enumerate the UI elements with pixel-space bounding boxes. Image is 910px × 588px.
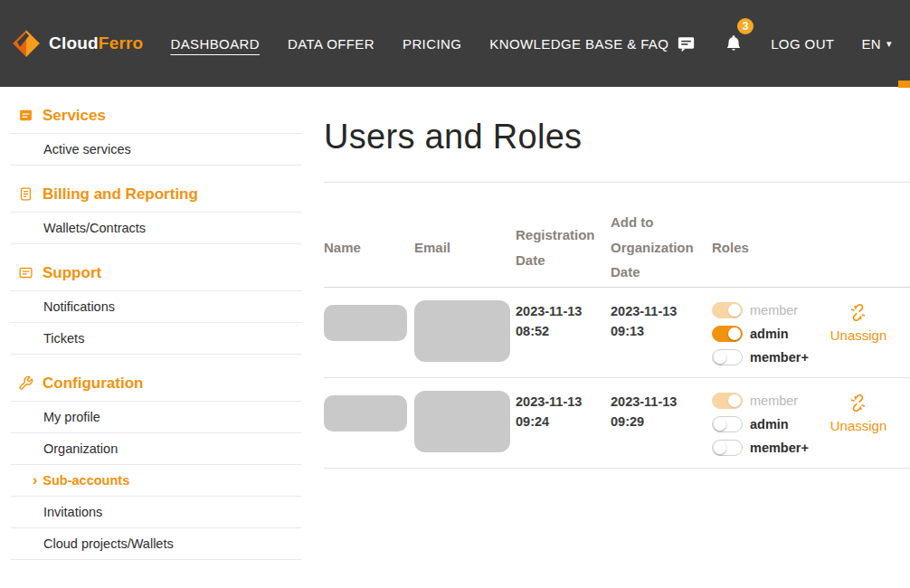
unassign-label: Unassign [830,327,887,343]
sidebar-item-invitations[interactable]: Invitations [11,497,301,528]
sidebar-section-services: Services Active services [11,98,301,166]
org-date: 2023-11-13 09:29 [611,388,701,458]
support-icon [18,265,33,280]
registration-date: 2023-11-13 09:24 [516,388,606,458]
redacted-email [414,300,510,362]
cloudferro-logo-icon [11,28,42,59]
nav-knowledge-base[interactable]: KNOWLEDGE BASE & FAQ [489,31,668,57]
sidebar-item-sub-accounts[interactable]: › Sub-accounts [11,465,301,497]
billing-icon [18,186,33,202]
email-cell [414,298,516,367]
email-cell [414,388,516,458]
sidebar-item-my-profile[interactable]: My profile [11,402,301,433]
chevron-right-icon: › [33,473,37,488]
notification-count-badge: 3 [737,18,754,34]
column-header-roles: Roles [712,235,816,261]
main-nav: DASHBOARD DATA OFFER PRICING KNOWLEDGE B… [170,31,668,57]
role-member-plus-toggle[interactable] [712,349,743,365]
sidebar: Services Active services Billing and Rep… [0,87,301,560]
table-row: 2023-11-13 08:52 2023-11-13 09:13 member… [324,288,910,378]
nav-pricing[interactable]: PRICING [403,31,461,57]
top-navbar: CloudFerro DASHBOARD DATA OFFER PRICING … [0,0,910,87]
sidebar-item-notifications[interactable]: Notifications [11,291,301,323]
page-title: Users and Roles [324,118,910,156]
actions-cell: Unassign [816,388,910,458]
sidebar-section-title: Services [43,107,106,125]
unassign-button[interactable]: Unassign [830,394,887,433]
role-member-plus: member+ [712,346,807,367]
role-label: member+ [750,441,809,455]
logout-button[interactable]: LOG OUT [771,36,834,52]
actions-cell: Unassign [816,298,910,367]
sidebar-item-label: Sub-accounts [43,473,129,488]
nav-dashboard[interactable]: DASHBOARD [170,31,260,57]
table-row: 2023-11-13 09:24 2023-11-13 09:29 member… [324,378,910,469]
language-selector[interactable]: EN ▾ [861,36,892,52]
role-label: admin [750,327,789,341]
role-admin: admin [712,413,807,434]
role-admin-toggle[interactable] [712,326,743,342]
sidebar-item-wallets-contracts[interactable]: Wallets/Contracts [11,213,301,244]
logo[interactable]: CloudFerro [11,28,143,59]
org-date: 2023-11-13 09:13 [611,298,701,367]
column-header-name: Name [324,235,414,261]
toggle-knob [714,351,726,364]
column-header-registration-date: Registration Date [516,223,611,273]
main-content: Users and Roles Name Email Registration … [301,87,910,469]
role-label: member+ [750,350,809,365]
toggle-knob [714,418,726,431]
sidebar-item-cloud-projects-wallets[interactable]: Cloud projects/Wallets [11,528,301,560]
broken-link-icon [848,303,867,325]
page-body: Services Active services Billing and Rep… [0,87,910,560]
language-label: EN [861,36,881,52]
sidebar-header-configuration[interactable]: Configuration [11,365,301,402]
broken-link-icon [848,394,867,415]
role-member-plus: member+ [712,437,807,458]
sidebar-item-active-services[interactable]: Active services [11,134,301,166]
wrench-icon [18,375,33,391]
sidebar-section-title: Support [43,264,101,282]
sidebar-item-organization[interactable]: Organization [11,433,301,465]
sidebar-header-services[interactable]: Services [11,98,301,134]
toggle-knob [728,304,741,317]
brand-text: CloudFerro [49,33,143,53]
role-label: admin [750,417,789,432]
sidebar-header-billing[interactable]: Billing and Reporting [11,176,301,213]
sidebar-section-billing: Billing and Reporting Wallets/Contracts [11,176,301,244]
table-header-row: Name Email Registration Date Add to Orga… [324,208,910,288]
toggle-knob [728,327,741,340]
unassign-button[interactable]: Unassign [830,303,887,343]
sidebar-header-support[interactable]: Support [11,255,301,291]
navbar-right: 3 LOG OUT EN ▾ [676,33,892,54]
sidebar-section-title: Configuration [43,375,143,393]
role-admin-toggle[interactable] [712,416,743,432]
toggle-knob [714,441,726,454]
messages-icon[interactable] [676,33,697,54]
role-label: member [750,394,798,408]
chevron-down-icon: ▾ [886,39,892,49]
role-member-toggle[interactable] [712,302,743,318]
redacted-name [324,395,407,432]
toggle-knob [728,394,741,407]
column-header-email: Email [414,235,516,261]
sidebar-item-tickets[interactable]: Tickets [11,323,301,355]
title-divider [324,182,910,183]
nav-data-offer[interactable]: DATA OFFER [288,31,374,57]
scrollbar-thumb[interactable] [898,81,910,88]
notifications-bell-icon[interactable]: 3 [724,33,744,54]
role-member-toggle[interactable] [712,393,743,409]
sidebar-section-support: Support Notifications Tickets [11,255,301,355]
redacted-name [324,305,407,341]
name-cell [324,388,414,458]
role-label: member [750,303,798,318]
sidebar-section-configuration: Configuration My profile Organization › … [11,365,301,560]
role-member-plus-toggle[interactable] [712,440,743,456]
role-admin: admin [712,323,807,344]
sidebar-section-title: Billing and Reporting [43,185,198,204]
roles-cell: member admin member+ [712,388,816,458]
roles-cell: member admin member+ [712,298,816,367]
redacted-email [414,391,510,452]
column-header-org-date: Add to Organization Date [611,210,712,285]
services-icon [18,108,33,123]
registration-date: 2023-11-13 08:52 [516,298,606,367]
